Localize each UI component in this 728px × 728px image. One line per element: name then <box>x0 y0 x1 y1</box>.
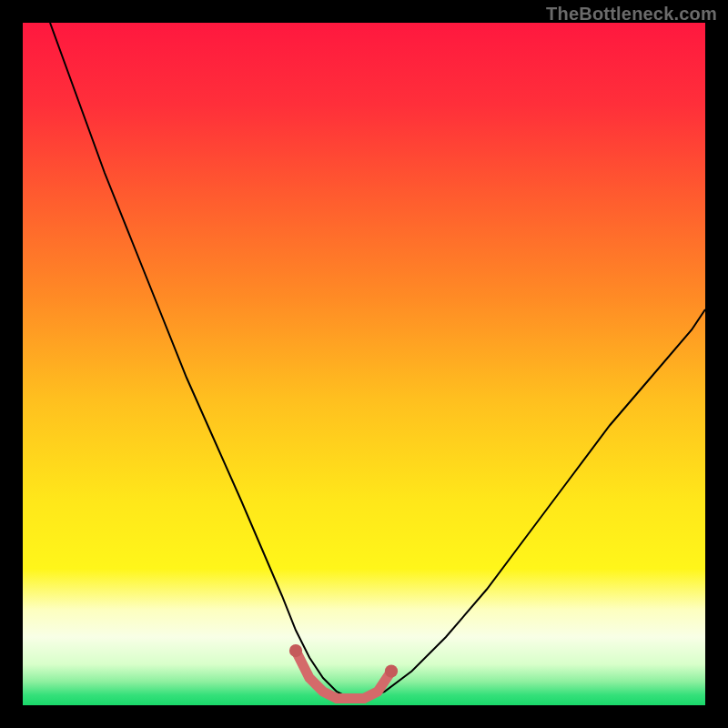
plot-area <box>23 23 705 705</box>
chart-stage: TheBottleneck.com <box>0 0 728 728</box>
curve-layer <box>23 23 705 705</box>
optimal-zone-endpoint-left <box>289 644 302 657</box>
optimal-zone-endpoint-right <box>385 664 398 677</box>
watermark-text: TheBottleneck.com <box>546 4 717 25</box>
bottleneck-curve <box>50 23 705 699</box>
